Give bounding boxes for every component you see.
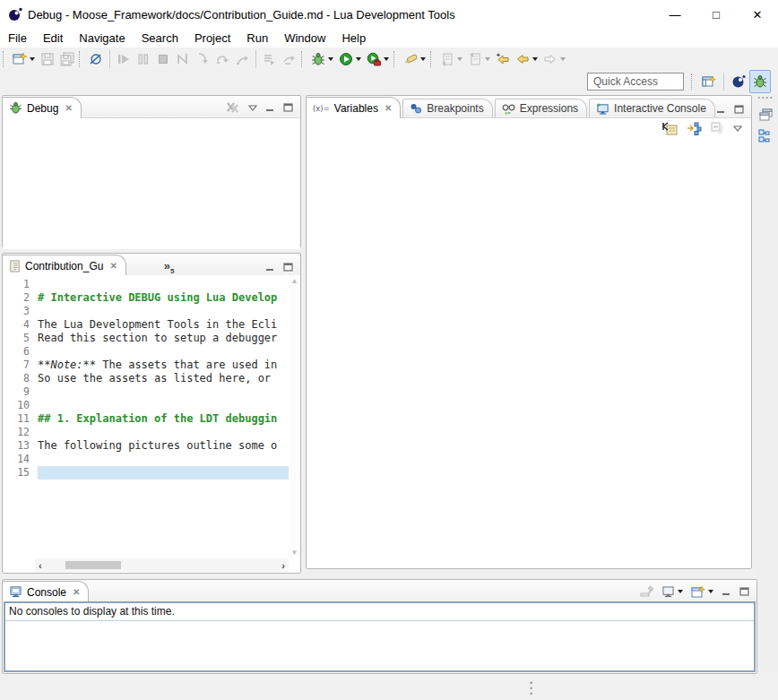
editor-line[interactable]: 13The following pictures outline some o	[3, 439, 289, 453]
scroll-right-icon[interactable]: ›	[278, 560, 289, 571]
editor-line[interactable]: 3	[3, 305, 289, 318]
debug-button[interactable]	[308, 49, 336, 69]
save-button[interactable]	[38, 49, 57, 69]
editor-tab[interactable]: Contribution_Gu ✕	[2, 255, 126, 276]
tab-breakpoints[interactable]: Breakpoints	[402, 99, 492, 117]
scroll-down-icon[interactable]: ▼	[291, 549, 298, 557]
editor-vertical-scrollbar[interactable]: ▲ ▼	[289, 275, 300, 558]
window-minimize-button[interactable]: ―	[654, 0, 696, 29]
editor-line[interactable]: 9	[3, 385, 289, 399]
tab-interactive-console[interactable]: Interactive Console	[589, 99, 715, 117]
open-console-button[interactable]	[691, 585, 713, 598]
external-tools-button[interactable]	[364, 49, 392, 69]
terminate-button[interactable]	[153, 49, 173, 69]
previous-annotation-button[interactable]	[465, 49, 493, 69]
debug-view-content[interactable]	[3, 118, 300, 249]
close-icon[interactable]: ✕	[65, 103, 72, 113]
minimize-view-icon[interactable]	[265, 263, 275, 272]
display-console-dropdown[interactable]	[678, 590, 683, 593]
step-return-button[interactable]	[232, 49, 252, 69]
editor-line[interactable]: 1	[3, 278, 289, 291]
run-button[interactable]	[336, 49, 364, 69]
suspend-button[interactable]	[134, 49, 153, 69]
step-into-button[interactable]	[193, 49, 212, 69]
editor-line[interactable]: 11## 1. Explanation of the LDT debuggin	[3, 412, 289, 426]
close-icon[interactable]: ✕	[109, 261, 117, 271]
maximize-view-icon[interactable]	[734, 105, 744, 114]
collapse-all-icon[interactable]	[711, 122, 724, 134]
status-bar-grip[interactable]: •••	[530, 680, 532, 696]
pin-console-icon[interactable]	[639, 585, 653, 598]
editor-line[interactable]: 8So use the assets as listed here, or	[3, 372, 289, 385]
scroll-left-icon[interactable]: ‹	[35, 560, 46, 571]
toolbar-grip[interactable]	[301, 51, 306, 67]
use-step-filters-button[interactable]	[260, 49, 280, 69]
editor-line[interactable]: 6	[3, 345, 289, 359]
debug-perspective-button[interactable]	[749, 70, 771, 93]
open-console-dropdown[interactable]	[708, 590, 713, 593]
next-annotation-dropdown[interactable]	[457, 57, 462, 61]
minimize-view-icon[interactable]	[716, 105, 726, 114]
editor-line[interactable]: 5Read this section to setup a debugger	[3, 332, 289, 345]
menu-file[interactable]: File	[0, 30, 35, 47]
maximize-view-icon[interactable]	[283, 263, 293, 272]
tab-expressions[interactable]: x= Expressions	[495, 99, 587, 117]
lua-perspective-button[interactable]	[728, 70, 749, 93]
step-over-button[interactable]	[212, 49, 232, 69]
strip-grip[interactable]: ••••	[758, 95, 774, 100]
editor-line[interactable]: 7**Note:** The assets that are used in	[3, 359, 289, 372]
maximize-view-icon[interactable]	[739, 587, 749, 596]
show-logical-structures-icon[interactable]	[687, 122, 702, 135]
external-tools-dropdown[interactable]	[384, 57, 389, 61]
run-dropdown[interactable]	[356, 57, 361, 61]
close-icon[interactable]: ✕	[73, 587, 80, 597]
disconnect-button[interactable]	[173, 49, 193, 69]
window-maximize-button[interactable]: □	[696, 0, 737, 29]
new-wizard-dropdown[interactable]	[30, 57, 35, 61]
console-content[interactable]: No consoles to display at this time.	[4, 601, 756, 672]
toolbar-grip[interactable]	[430, 51, 435, 67]
scrollbar-thumb[interactable]	[65, 561, 121, 569]
minimize-view-icon[interactable]	[722, 587, 731, 596]
editor-current-line[interactable]: 15	[3, 466, 289, 480]
scroll-up-icon[interactable]: ▲	[291, 277, 298, 285]
highlighter-button[interactable]	[401, 49, 428, 69]
previous-annotation-dropdown[interactable]	[485, 57, 490, 61]
view-menu-icon[interactable]	[248, 105, 257, 111]
menu-search[interactable]: Search	[134, 30, 186, 47]
step-filters-alt-button[interactable]	[280, 49, 299, 69]
editor-line[interactable]: 4The Lua Development Tools in the Ecli	[3, 318, 289, 332]
back-button[interactable]	[513, 49, 540, 69]
menu-help[interactable]: Help	[333, 30, 374, 47]
debug-dropdown[interactable]	[328, 57, 333, 61]
open-perspective-button[interactable]	[698, 70, 720, 93]
resume-button[interactable]	[114, 49, 134, 69]
tab-variables[interactable]: (x)= Variables ✕	[306, 97, 401, 118]
editor-line[interactable]: 2# Interactive DEBUG using Lua Develop	[3, 291, 289, 305]
view-menu-icon[interactable]	[733, 125, 742, 132]
editor-body[interactable]: 1 2# Interactive DEBUG using Lua Develop…	[3, 275, 300, 573]
restore-view-icon[interactable]	[759, 108, 774, 121]
last-edit-location-button[interactable]	[493, 49, 513, 69]
hidden-editors-chevron[interactable]: »5	[164, 259, 175, 275]
menu-project[interactable]: Project	[186, 30, 238, 47]
editor-line[interactable]: 12	[3, 426, 289, 439]
show-type-names-icon[interactable]	[662, 122, 678, 135]
skip-all-breakpoints-button[interactable]	[86, 49, 106, 69]
next-annotation-button[interactable]	[437, 49, 465, 69]
outline-view-icon[interactable]	[758, 129, 774, 144]
menu-window[interactable]: Window	[276, 30, 333, 47]
menu-edit[interactable]: Edit	[35, 30, 71, 47]
toolbar-grip[interactable]	[691, 73, 696, 90]
maximize-view-icon[interactable]	[283, 103, 293, 112]
editor-line[interactable]: 14	[3, 453, 289, 466]
quick-access-input[interactable]: Quick Access	[587, 73, 684, 91]
new-wizard-button[interactable]	[10, 49, 38, 69]
editor-line[interactable]: 10	[3, 399, 289, 412]
debug-view-tab[interactable]: Debug ✕	[2, 97, 82, 118]
toolbar-grip[interactable]	[393, 51, 398, 67]
highlighter-dropdown[interactable]	[420, 57, 426, 61]
toolbar-grip[interactable]	[3, 51, 7, 67]
editor-horizontal-scrollbar[interactable]: ‹ ›	[35, 558, 289, 572]
remove-all-terminated-icon[interactable]	[226, 101, 240, 114]
